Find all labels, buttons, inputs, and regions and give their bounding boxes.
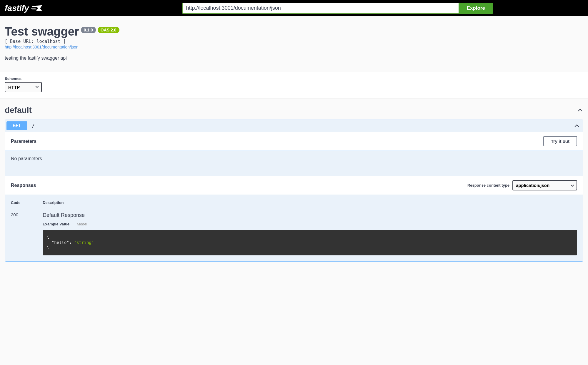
model-tabs: Example Value Model <box>43 222 577 226</box>
content-type-label: Response content type <box>467 183 509 187</box>
parameters-title: Parameters <box>11 139 36 144</box>
api-title: Test swagger <box>5 25 79 38</box>
operation-path: / <box>31 123 574 129</box>
tag-name: default <box>5 106 32 115</box>
content-type-select[interactable]: application/json <box>512 180 577 190</box>
spec-url-input[interactable] <box>182 3 459 14</box>
url-bar: Explore <box>44 3 583 14</box>
json-value: "string" <box>74 240 94 245</box>
no-parameters-text: No parameters <box>5 151 583 176</box>
try-it-out-button[interactable]: Try it out <box>543 136 577 146</box>
oas-badge: OAS 2.0 <box>98 27 119 33</box>
schemes-section: Schemes HTTP <box>0 72 588 98</box>
parameters-header: Parameters Try it out <box>5 132 583 151</box>
topbar: fastify Explore <box>0 0 588 16</box>
title-row: Test swagger 0.1.0 OAS 2.0 <box>5 25 583 38</box>
tab-divider <box>73 222 73 226</box>
response-description-text: Default Response <box>43 212 577 218</box>
explore-button[interactable]: Explore <box>459 3 493 14</box>
response-description: Default Response Example Value Model { "… <box>43 212 577 255</box>
schemes-label: Schemes <box>5 76 583 81</box>
json-key: "hello" <box>52 240 69 245</box>
schemes-select[interactable]: HTTP <box>5 82 42 92</box>
api-info: Test swagger 0.1.0 OAS 2.0 [ Base URL: l… <box>0 16 588 67</box>
base-url: [ Base URL: localhost ] <box>5 39 583 44</box>
responses-header: Responses Response content type applicat… <box>5 176 583 195</box>
code-header: Code <box>11 200 29 205</box>
fastify-icon <box>31 4 44 13</box>
response-code: 200 <box>11 212 29 255</box>
version-badge: 0.1.0 <box>81 27 96 33</box>
operation-block: GET / Parameters Try it out No parameter… <box>5 120 583 262</box>
tag-section: default GET / Parameters Try it out No p… <box>0 98 588 262</box>
chevron-up-icon <box>574 123 580 129</box>
tab-model[interactable]: Model <box>77 222 87 226</box>
spec-url-link[interactable]: http://localhost:3001/documentation/json <box>5 45 79 49</box>
operation-body: Parameters Try it out No parameters Resp… <box>5 132 583 261</box>
brand-logo: fastify <box>5 4 44 13</box>
responses-title: Responses <box>11 183 36 188</box>
operation-summary[interactable]: GET / <box>5 120 583 132</box>
api-description: testing the fastify swagger api <box>5 56 583 61</box>
method-badge: GET <box>6 121 27 130</box>
table-row: 200 Default Response Example Value Model… <box>11 208 577 255</box>
tab-example-value[interactable]: Example Value <box>43 222 69 226</box>
description-header: Description <box>43 200 64 205</box>
tag-header[interactable]: default <box>5 106 583 117</box>
brand-text: fastify <box>5 4 29 13</box>
example-code: { "hello": "string" } <box>43 230 577 255</box>
response-controls: Response content type application/json <box>467 180 577 190</box>
chevron-up-icon <box>577 107 583 113</box>
responses-table: Code Description 200 Default Response Ex… <box>5 195 583 261</box>
responses-table-head: Code Description <box>11 200 577 208</box>
